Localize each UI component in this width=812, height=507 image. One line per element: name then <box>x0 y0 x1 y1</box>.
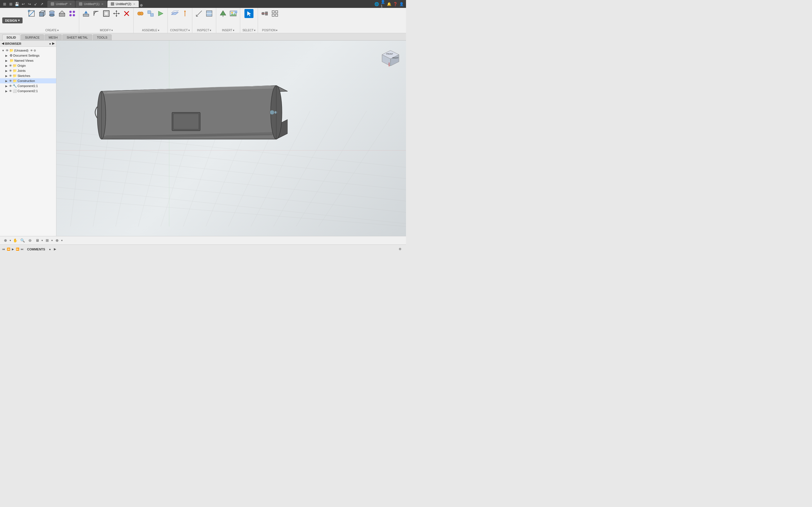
section-analysis-icon[interactable] <box>205 9 214 18</box>
tree-item-origin[interactable]: ▶ 👁 📁 Origin <box>0 63 56 68</box>
svg-rect-59 <box>275 11 278 13</box>
assemble-label[interactable]: ASSEMBLE ▾ <box>142 29 159 32</box>
grid-toggle-icon[interactable]: ⊞ <box>44 237 50 244</box>
display-mode-icon[interactable]: 🖥 <box>34 237 40 244</box>
view-cube-icon[interactable]: ⊕ <box>54 237 60 244</box>
tab-tools[interactable]: TOOLS <box>93 34 112 40</box>
status-play-prev[interactable]: ⏪ <box>7 247 10 251</box>
redo-icon[interactable]: ↪ <box>27 2 32 6</box>
toolbar-section-modify: MODIFY ▾ <box>79 8 134 33</box>
tab-close-button[interactable]: ✕ <box>133 3 135 6</box>
zoom-out-icon[interactable]: ⊖ <box>27 237 33 244</box>
viewport[interactable]: FRONT RIGHT <box>56 41 406 236</box>
pan-icon[interactable]: ✋ <box>12 237 18 244</box>
help-icon[interactable]: ❓ <box>393 2 398 6</box>
snap-dropdown[interactable]: ▾ <box>10 239 11 242</box>
tab-surface[interactable]: SURFACE <box>21 34 44 40</box>
new-tab-icon[interactable]: ⊕ <box>139 3 144 7</box>
drive-icon[interactable] <box>156 9 165 18</box>
tab-close-button[interactable]: ✕ <box>101 3 103 6</box>
tree-item-construction[interactable]: ▶ 👁 📁 Construction <box>0 78 56 83</box>
create-cylinder-icon[interactable] <box>47 9 56 18</box>
tab-untitled-1[interactable]: Untitled*(1) ✕ <box>75 1 107 7</box>
tab-untitled[interactable]: Untitled* ✕ <box>47 1 75 7</box>
svg-marker-23 <box>116 10 117 11</box>
folder-icon: 📁 <box>9 48 13 52</box>
svg-text:FRONT: FRONT <box>386 53 393 55</box>
cube-navigator[interactable]: FRONT RIGHT <box>378 46 400 69</box>
settings-icon[interactable]: ⚙ <box>398 247 403 252</box>
save-icon[interactable]: 💾 <box>15 2 19 6</box>
design-button[interactable]: DESIGN ▾ <box>2 17 22 23</box>
create-label[interactable]: CREATE ▾ <box>45 29 59 32</box>
window-controls[interactable]: ⊞ ⊞ 💾 ↩ ↪ ↙ ↗ <box>2 2 44 6</box>
tab-solid[interactable]: SOLID <box>2 34 20 40</box>
sketches-folder-icon: 📁 <box>13 74 17 78</box>
tree-item-named-views[interactable]: ▶ 📁 Named Views <box>0 58 56 63</box>
create-box-icon[interactable] <box>37 9 46 18</box>
undo-icon[interactable]: ↩ <box>21 2 26 6</box>
tree-item-component2[interactable]: ▶ 👁 ⬜ Component2:1 <box>0 89 56 94</box>
modify-icons <box>82 9 131 18</box>
position-label[interactable]: POSITION ▾ <box>262 29 277 32</box>
snap-icon[interactable]: ⊕ <box>2 237 8 244</box>
modify-label[interactable]: MODIFY ▾ <box>100 29 113 32</box>
forward-icon[interactable]: ↗ <box>40 2 44 6</box>
tab-sheet-metal[interactable]: SHEET METAL <box>62 34 92 40</box>
tab-close-button[interactable]: ✕ <box>69 3 71 6</box>
comments-pin[interactable]: ● <box>47 247 52 252</box>
status-nav-next[interactable]: ⏭ <box>21 247 24 251</box>
joint-icon[interactable] <box>136 9 145 18</box>
offset-plane-icon[interactable] <box>170 9 179 18</box>
account-icon[interactable]: 👤 <box>399 2 404 6</box>
tree-label-comp2: Component2:1 <box>17 89 38 93</box>
browser-collapse-icon[interactable]: ◀ <box>2 42 4 45</box>
online-icon[interactable]: 🌐 <box>374 2 379 6</box>
browser-pin-icon[interactable]: ● <box>49 42 51 45</box>
inspect-label[interactable]: INSPECT ▾ <box>197 29 211 32</box>
app-menu-icon[interactable]: ⊞ <box>2 2 7 6</box>
comments-expand[interactable]: ▶ <box>52 247 57 252</box>
create-extrude-icon[interactable] <box>57 9 66 18</box>
insert-derive-icon[interactable] <box>218 9 227 18</box>
select-label[interactable]: SELECT ▾ <box>243 29 255 32</box>
tab-mesh[interactable]: MESH <box>45 34 62 40</box>
status-play-next[interactable]: ⏩ <box>16 247 19 251</box>
zoom-icon[interactable]: 🔍 <box>19 237 26 244</box>
position-align-icon[interactable] <box>260 9 269 18</box>
shell-icon[interactable] <box>102 9 111 18</box>
status-center: COMMENTS ● ▶ <box>25 247 396 252</box>
tree-item-component1[interactable]: ▶ 👁 🔧 Component1:1 <box>0 83 56 89</box>
display-dropdown[interactable]: ▾ <box>42 239 43 242</box>
tree-item-joints[interactable]: ▶ 👁 📁 Joints <box>0 68 56 73</box>
view-dropdown[interactable]: ▾ <box>61 239 63 242</box>
position-arrange-icon[interactable] <box>270 9 280 18</box>
back-icon[interactable]: ↙ <box>33 2 38 6</box>
create-pattern-icon[interactable] <box>68 9 77 18</box>
grid-icon[interactable]: ⊞ <box>8 2 13 6</box>
tree-item-doc-settings[interactable]: ▶ ⚙ Document Settings <box>0 53 56 58</box>
select-icon[interactable] <box>245 9 253 18</box>
delete-icon[interactable] <box>122 9 131 18</box>
user-count-icon[interactable]: 👤 1 <box>380 2 385 6</box>
tree-item-sketches[interactable]: ▶ 👁 📁 Sketches <box>0 73 56 78</box>
rigid-group-icon[interactable] <box>146 9 155 18</box>
vis-icon-2: 👁 <box>30 49 33 52</box>
create-sketch-icon[interactable] <box>27 9 36 18</box>
browser-expand-icon[interactable]: ▶ <box>52 42 54 45</box>
notification-icon[interactable]: 🔔 <box>387 2 391 6</box>
tab-untitled-2[interactable]: Untitled*(2) ✕ <box>107 1 139 7</box>
status-nav-prev[interactable]: ⏮ <box>2 247 5 251</box>
move-icon[interactable] <box>112 9 121 18</box>
grid-dropdown[interactable]: ▾ <box>51 239 53 242</box>
insert-image-icon[interactable] <box>229 9 238 18</box>
construct-label[interactable]: CONSTRUCT ▾ <box>170 29 190 32</box>
tree-item-root[interactable]: ▼ 👁 📁 (Unsaved) 👁 ⚙ <box>0 48 56 53</box>
status-play[interactable]: ▶ <box>12 247 14 251</box>
settings-folder-icon: ⚙ <box>10 54 13 57</box>
measure-icon[interactable] <box>195 9 204 18</box>
axis-icon[interactable] <box>181 9 190 18</box>
fillet-icon[interactable] <box>92 9 101 18</box>
insert-label[interactable]: INSERT ▾ <box>222 29 234 32</box>
press-pull-icon[interactable] <box>82 9 91 18</box>
